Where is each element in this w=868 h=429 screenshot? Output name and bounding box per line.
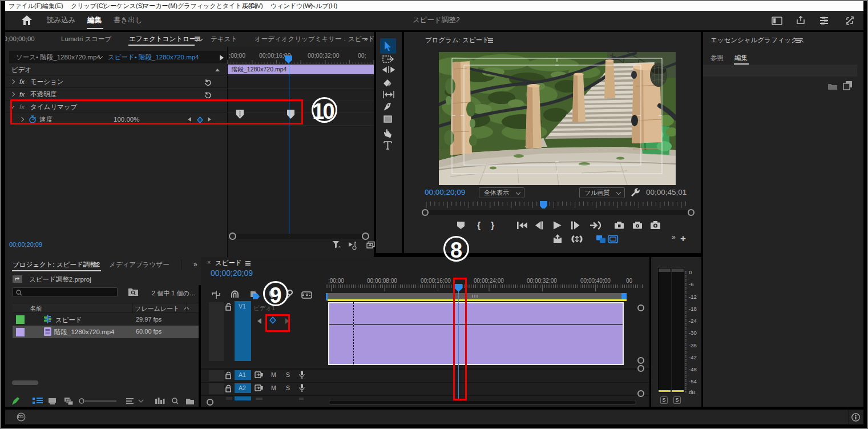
svg-text:}: } bbox=[491, 220, 494, 230]
svg-text:{: { bbox=[477, 220, 481, 230]
